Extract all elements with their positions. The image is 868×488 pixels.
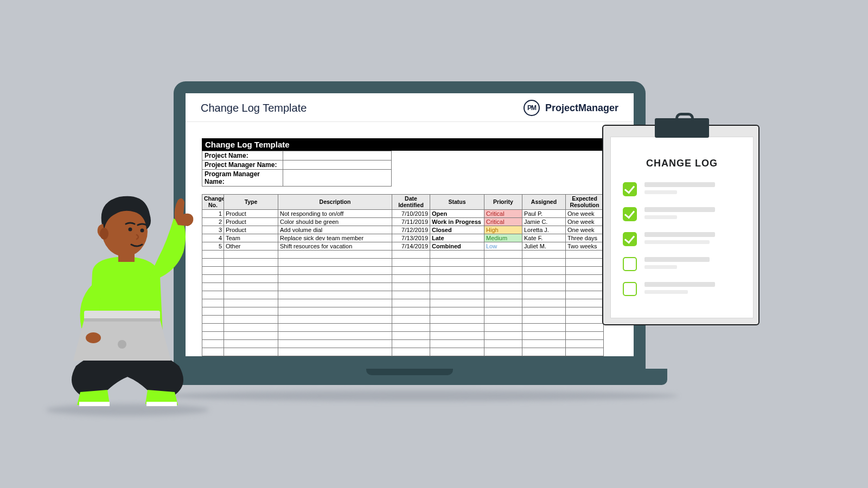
cell-resolution: One week xyxy=(566,226,604,234)
person-illustration xyxy=(38,192,217,420)
info-row: Project Manager Name: xyxy=(202,160,392,170)
table-row-empty xyxy=(202,275,604,283)
clipboard-text-lines xyxy=(644,282,741,294)
cell-assigned: Loretta J. xyxy=(522,226,566,234)
cell-priority: Medium xyxy=(484,234,522,242)
cell-type: Product xyxy=(224,210,278,218)
table-header-cell: Priority xyxy=(484,195,522,210)
table-body: 1ProductNot responding to on/off7/10/201… xyxy=(202,210,604,357)
clipboard-item xyxy=(611,227,753,252)
change-log-table: ChangeNo.TypeDescriptionDateIdentifiedSt… xyxy=(202,194,604,356)
svg-point-6 xyxy=(141,229,144,233)
table-row-empty xyxy=(202,283,604,291)
brand-name: ProjectManager xyxy=(545,102,618,114)
info-row: Project Name: xyxy=(202,151,392,160)
checkbox-empty-icon xyxy=(623,257,637,271)
cell-assigned: Juliet M. xyxy=(522,242,566,251)
clipboard-clip-icon xyxy=(655,118,709,138)
clipboard-illustration: CHANGE LOG xyxy=(602,125,760,325)
table-row: 3ProductAdd volume dial7/12/2019ClosedHi… xyxy=(202,226,604,234)
table-row-empty xyxy=(202,307,604,316)
brand: PM ProjectManager xyxy=(524,100,618,116)
cell-type: Other xyxy=(224,242,278,251)
checkbox-empty-icon xyxy=(623,282,637,296)
cell-date: 7/10/2019 xyxy=(392,210,430,218)
laptop-notch xyxy=(366,369,453,375)
table-header-cell: Assigned xyxy=(522,195,566,210)
svg-point-5 xyxy=(129,228,132,232)
clipboard-item xyxy=(611,202,753,227)
info-value xyxy=(283,151,392,160)
table-header-cell: DateIdentified xyxy=(392,195,430,210)
info-value xyxy=(283,170,392,187)
svg-point-9 xyxy=(118,340,126,349)
clipboard-paper: CHANGE LOG xyxy=(610,137,754,318)
cell-date: 7/13/2019 xyxy=(392,234,430,242)
svg-point-10 xyxy=(86,332,101,343)
clipboard-item xyxy=(611,177,753,202)
clipboard-item xyxy=(611,252,753,277)
table-row-empty xyxy=(202,356,604,357)
cell-type: Product xyxy=(224,218,278,226)
checkbox-checked-icon xyxy=(623,232,637,246)
cell-status: Combined xyxy=(430,242,484,251)
checkbox-checked-icon xyxy=(623,182,637,196)
laptop-bezel: Change Log Template PM ProjectManager Ch… xyxy=(174,81,646,369)
cell-description: Shift resources for vacation xyxy=(278,242,392,251)
table-row: 1ProductNot responding to on/off7/10/201… xyxy=(202,210,604,218)
sheet-title-bar: Change Log Template xyxy=(202,138,603,151)
table-row-empty xyxy=(202,340,604,348)
svg-rect-0 xyxy=(79,402,110,406)
clipboard-text-lines xyxy=(644,207,741,219)
table-header-cell: ExpectedResolution xyxy=(566,195,604,210)
cell-priority: High xyxy=(484,226,522,234)
clipboard-text-lines xyxy=(644,257,741,269)
page-title: Change Log Template xyxy=(201,102,307,114)
svg-point-4 xyxy=(100,228,108,240)
cell-description: Replace sick dev team member xyxy=(278,234,392,242)
table-row-empty xyxy=(202,267,604,275)
cell-priority: Low xyxy=(484,242,522,251)
table-row-empty xyxy=(202,332,604,340)
cell-description: Not responding to on/off xyxy=(278,210,392,218)
table-header-cell: Status xyxy=(430,195,484,210)
svg-rect-8 xyxy=(84,318,160,322)
table-row-empty xyxy=(202,291,604,299)
table-row-empty xyxy=(202,299,604,307)
table-row: 4TeamReplace sick dev team member7/13/20… xyxy=(202,234,604,242)
clipboard-text-lines xyxy=(644,232,741,244)
clipboard-board: CHANGE LOG xyxy=(602,125,760,325)
info-value xyxy=(283,160,392,170)
table-row-empty xyxy=(202,324,604,332)
cell-priority: Critical xyxy=(484,218,522,226)
laptop-base xyxy=(152,369,667,385)
info-row: Program Manager Name: xyxy=(202,170,392,187)
svg-rect-1 xyxy=(146,402,177,406)
table-header-row: ChangeNo.TypeDescriptionDateIdentifiedSt… xyxy=(202,195,604,210)
cell-assigned: Jamie C. xyxy=(522,218,566,226)
cell-status: Open xyxy=(430,210,484,218)
cell-assigned: Kate F. xyxy=(522,234,566,242)
cell-priority: Critical xyxy=(484,210,522,218)
table-row: 5OtherShift resources for vacation7/14/2… xyxy=(202,242,604,251)
cell-status: Work in Progress xyxy=(430,218,484,226)
table-row: 2ProductColor should be green7/11/2019Wo… xyxy=(202,218,604,226)
cell-type: Product xyxy=(224,226,278,234)
cell-date: 7/12/2019 xyxy=(392,226,430,234)
info-label: Project Manager Name: xyxy=(202,160,283,170)
laptop-illustration: Change Log Template PM ProjectManager Ch… xyxy=(174,81,646,396)
cell-date: 7/14/2019 xyxy=(392,242,430,251)
checkbox-checked-icon xyxy=(623,207,637,221)
cell-assigned: Paul P. xyxy=(522,210,566,218)
cell-description: Color should be green xyxy=(278,218,392,226)
document-header: Change Log Template PM ProjectManager xyxy=(186,93,634,122)
table-header-cell: Type xyxy=(224,195,278,210)
cell-description: Add volume dial xyxy=(278,226,392,234)
brand-logo-icon: PM xyxy=(524,100,540,116)
clipboard-text-lines xyxy=(644,182,741,194)
spreadsheet-area: Change Log Template Project Name:Project… xyxy=(186,122,634,356)
info-fields: Project Name:Project Manager Name:Progra… xyxy=(202,151,634,187)
table-row-empty xyxy=(202,251,604,259)
cell-resolution: Two weeks xyxy=(566,242,604,251)
cell-resolution: One week xyxy=(566,218,604,226)
